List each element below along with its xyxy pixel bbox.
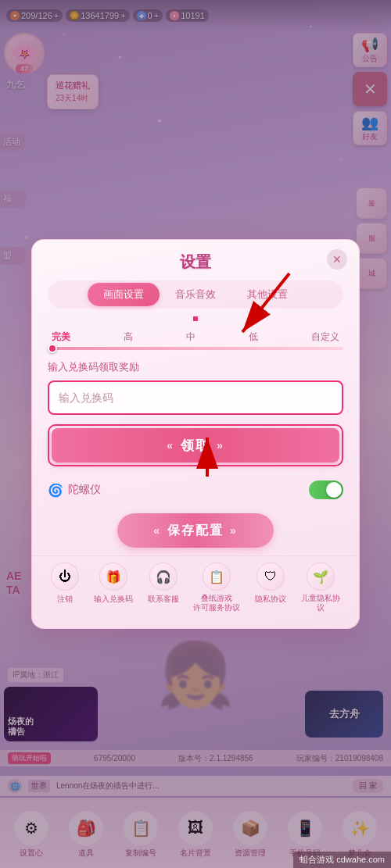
privacy-icon-wrap: 🛡: [256, 563, 285, 591]
logout-label: 注销: [57, 594, 73, 605]
modal-overlay[interactable]: 设置 ✕ 画面设置 音乐音效 其他设置 完美 高 中 低: [0, 0, 391, 868]
claim-button-wrap: « 领取 »: [48, 424, 343, 466]
tab-screen-label: 画面设置: [103, 288, 144, 300]
claim-button[interactable]: « 领取 »: [52, 428, 339, 463]
tos-icon: 📋: [209, 570, 224, 584]
gyro-label: 🌀 陀螺仪: [48, 483, 101, 498]
modal-btn-support[interactable]: 🎧 联系客服: [148, 563, 179, 613]
tos-icon-wrap: 📋: [203, 563, 231, 591]
redeem-icon: 🎁: [106, 570, 121, 584]
quality-high[interactable]: 高: [120, 328, 137, 346]
save-button[interactable]: « 保存配置 »: [117, 513, 274, 548]
child-privacy-icon-wrap: 🌱: [307, 563, 335, 591]
redeem-icon-wrap: 🎁: [99, 563, 127, 591]
tab-indicator: [32, 316, 359, 321]
toggle-thumb: [326, 482, 342, 498]
support-icon: 🎧: [156, 570, 171, 584]
modal-btn-privacy[interactable]: 🛡 隐私协议: [255, 563, 286, 613]
gyro-toggle[interactable]: [309, 480, 343, 499]
tab-music-label: 音乐音效: [175, 288, 216, 300]
modal-header: 设置 ✕: [32, 240, 359, 280]
tab-other-label: 其他设置: [247, 288, 288, 300]
modal-btn-child-privacy[interactable]: 🌱 儿童隐私协议: [301, 563, 340, 613]
modal-close-button[interactable]: ✕: [327, 249, 347, 270]
quality-custom[interactable]: 自定义: [307, 328, 343, 346]
watermark-text: 蛆合游戏 cdwahe.com: [300, 855, 385, 864]
modal-btn-logout[interactable]: ⏻ 注销: [51, 563, 79, 613]
tab-dot: [193, 316, 198, 321]
modal-title: 设置: [180, 253, 211, 270]
modal-btn-redeem[interactable]: 🎁 输入兑换码: [94, 563, 133, 613]
gyro-row: 🌀 陀螺仪: [32, 476, 359, 507]
input-label: 输入兑换码领取奖励: [48, 360, 343, 374]
claim-deco-left: «: [167, 439, 174, 452]
claim-label: 领取: [181, 437, 210, 455]
quality-dot: [48, 344, 57, 353]
modal-close-icon: ✕: [332, 253, 342, 266]
quality-low[interactable]: 低: [245, 328, 262, 346]
watermark: 蛆合游戏 cdwahe.com: [293, 852, 391, 868]
tab-music[interactable]: 音乐音效: [160, 283, 231, 306]
tab-screen[interactable]: 画面设置: [88, 283, 160, 306]
settings-modal: 设置 ✕ 画面设置 音乐音效 其他设置 完美 高 中 低: [31, 239, 360, 629]
modal-btn-tos[interactable]: 📋 叠纸游戏许可服务协议: [193, 563, 240, 613]
redeem-section: 输入兑换码领取奖励: [48, 360, 343, 415]
child-privacy-label: 儿童隐私协议: [301, 594, 340, 613]
quality-mid[interactable]: 中: [182, 328, 199, 346]
child-privacy-icon: 🌱: [313, 570, 328, 584]
save-deco-right: »: [230, 524, 238, 537]
gyro-text: 陀螺仪: [68, 483, 101, 497]
logout-icon-wrap: ⏻: [51, 563, 79, 591]
privacy-icon: 🛡: [264, 570, 277, 584]
save-deco-left: «: [153, 524, 161, 537]
support-label: 联系客服: [148, 594, 179, 605]
logout-icon: ⏻: [59, 570, 71, 584]
modal-tabs: 画面设置 音乐音效 其他设置: [48, 280, 343, 309]
quality-slider[interactable]: [48, 347, 343, 350]
support-icon-wrap: 🎧: [149, 563, 178, 591]
save-button-wrap: « 保存配置 »: [48, 513, 343, 548]
modal-bottom-icons: ⏻ 注销 🎁 输入兑换码 🎧 联系客服 📋 叠纸游戏许可服务: [32, 555, 359, 616]
claim-deco-right: »: [217, 439, 224, 452]
tab-other[interactable]: 其他设置: [231, 283, 303, 306]
tos-label: 叠纸游戏许可服务协议: [193, 594, 240, 613]
redeem-input[interactable]: [48, 380, 343, 415]
redeem-label: 输入兑换码: [94, 594, 133, 605]
gyro-icon: 🌀: [48, 483, 63, 498]
save-label: 保存配置: [167, 523, 224, 539]
quality-selector: 完美 高 中 低 自定义: [32, 324, 359, 354]
privacy-label: 隐私协议: [255, 594, 286, 605]
